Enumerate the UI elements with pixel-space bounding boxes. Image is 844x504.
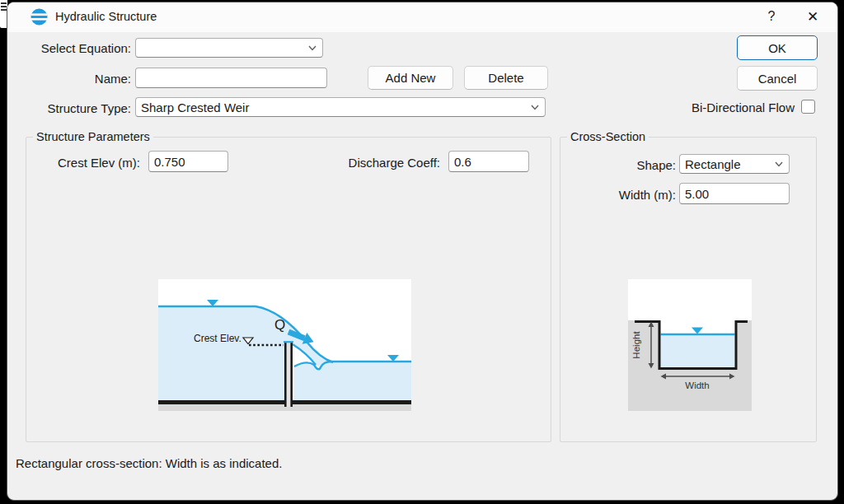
- structure-type-value: Sharp Crested Weir: [141, 100, 530, 114]
- chevron-down-icon: [530, 102, 540, 112]
- discharge-coeff-label: Discharge Coeff:: [308, 156, 440, 170]
- rectangular-cross-section-diagram: Height Width: [628, 279, 752, 411]
- close-button[interactable]: ✕: [795, 2, 831, 30]
- window-title: Hydraulic Structure: [55, 10, 157, 23]
- structure-parameters-group-label: Structure Parameters: [33, 130, 153, 143]
- structure-type-combo[interactable]: Sharp Crested Weir: [135, 97, 546, 117]
- bidirectional-flow-checkbox[interactable]: [801, 100, 815, 114]
- crest-elev-annotation: Crest Elev.: [194, 333, 241, 344]
- help-button[interactable]: ?: [753, 2, 790, 30]
- name-input[interactable]: [135, 68, 327, 88]
- select-equation-label: Select Equation:: [7, 41, 131, 55]
- width-label: Width (m):: [585, 188, 676, 202]
- cross-section-group: Cross-Section Shape: Rectangle Width (m)…: [560, 137, 817, 442]
- ok-button[interactable]: OK: [737, 35, 818, 60]
- height-annotation: Height: [631, 331, 641, 359]
- chevron-down-icon: [774, 159, 784, 169]
- crest-elev-input[interactable]: [148, 151, 228, 172]
- status-text: Rectangular cross-section: Width is as i…: [16, 456, 282, 470]
- chevron-down-icon: [307, 43, 317, 53]
- cross-section-group-label: Cross-Section: [567, 130, 649, 143]
- width-annotation: Width: [685, 380, 709, 390]
- structure-parameters-group: Structure Parameters Crest Elev (m): Dis…: [26, 137, 551, 442]
- flow-q-annotation: Q: [274, 317, 285, 333]
- shape-label: Shape:: [593, 158, 676, 172]
- hydraulic-structure-dialog: Hydraulic Structure ? ✕ Select Equation:…: [7, 2, 838, 501]
- app-icon: [30, 8, 48, 26]
- bidirectional-flow-label: Bi-Directional Flow: [547, 100, 795, 114]
- screen: Hydraulic Structure ? ✕ Select Equation:…: [0, 0, 844, 504]
- width-input[interactable]: [679, 183, 790, 204]
- name-label: Name:: [7, 72, 131, 86]
- cancel-button[interactable]: Cancel: [737, 66, 818, 91]
- discharge-coeff-input[interactable]: [448, 151, 529, 172]
- sharp-crested-weir-diagram: Crest Elev. Q: [158, 279, 411, 411]
- structure-type-label: Structure Type:: [7, 101, 131, 115]
- select-equation-combo[interactable]: [135, 38, 323, 58]
- delete-button[interactable]: Delete: [464, 66, 548, 90]
- shape-combo[interactable]: Rectangle: [679, 154, 790, 174]
- title-bar: Hydraulic Structure ? ✕: [7, 2, 837, 32]
- shape-value: Rectangle: [685, 157, 774, 171]
- add-new-button[interactable]: Add New: [368, 66, 453, 90]
- crest-elev-label: Crest Elev (m):: [35, 156, 140, 170]
